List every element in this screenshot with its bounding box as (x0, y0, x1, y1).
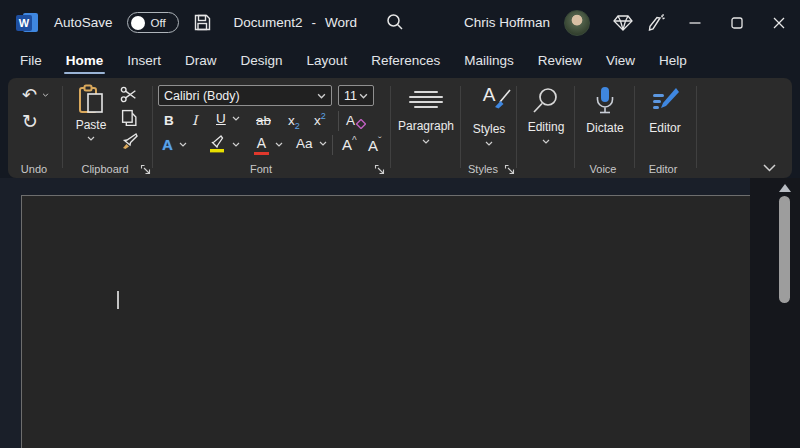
font-group-label: Font (154, 163, 368, 175)
grow-font-button[interactable]: A^ (342, 135, 357, 154)
editing-label: Editing (528, 120, 565, 134)
font-size-combobox[interactable]: 11 (338, 85, 374, 106)
font-name-value: Calibri (Body) (164, 89, 240, 103)
strikethrough-button[interactable]: ab (256, 111, 271, 129)
scroll-up-arrow-icon[interactable] (779, 184, 791, 192)
document-area (0, 178, 800, 448)
tab-design[interactable]: Design (229, 47, 295, 76)
user-avatar[interactable] (564, 10, 590, 36)
clear-formatting-eraser-icon (356, 119, 366, 129)
paste-button[interactable]: Paste (68, 82, 114, 160)
editing-chevron-icon[interactable] (542, 139, 550, 144)
title-bar: W AutoSave Off Document2 - Word Chris Ho… (0, 0, 800, 45)
editor-label: Editor (649, 121, 680, 135)
editor-pen-icon (649, 85, 681, 117)
font-color-chevron-icon[interactable] (275, 142, 283, 147)
search-icon[interactable] (385, 12, 405, 32)
paragraph-label: Paragraph (398, 119, 454, 133)
scrollbar-track[interactable] (750, 178, 800, 448)
tab-help[interactable]: Help (647, 47, 699, 76)
font-row-separator (338, 111, 339, 131)
underline-button[interactable]: U (216, 111, 240, 126)
styles-button[interactable]: A Styles (464, 82, 514, 160)
subscript-button[interactable]: x2 (288, 111, 300, 131)
shrink-font-mark: ˇ (378, 135, 382, 147)
autosave-toggle[interactable]: Off (127, 12, 179, 33)
styles-dialog-launcher-icon[interactable] (504, 164, 515, 175)
paste-clipboard-icon (76, 84, 106, 116)
tab-mailings[interactable]: Mailings (452, 47, 526, 76)
group-separator (152, 86, 153, 168)
word-logo-letter: W (16, 15, 32, 31)
superscript-button[interactable]: x2 (314, 111, 326, 129)
menu-tabs: FileHomeInsertDrawDesignLayoutReferences… (8, 47, 699, 76)
change-case-button[interactable]: Aa (296, 136, 327, 151)
font-name-chevron-icon[interactable] (317, 93, 326, 99)
text-highlight-button[interactable] (208, 134, 240, 154)
autosave-label: AutoSave (54, 15, 113, 30)
word-app-icon[interactable]: W (14, 11, 40, 35)
editor-button[interactable]: Editor (638, 82, 692, 160)
undo-button[interactable]: ↶ (22, 86, 49, 104)
format-painter-button[interactable] (121, 132, 140, 151)
clipboard-dialog-launcher-icon[interactable] (140, 164, 151, 175)
maximize-button[interactable] (716, 0, 758, 45)
tab-review[interactable]: Review (526, 47, 594, 76)
clear-formatting-button[interactable]: A (346, 111, 355, 129)
collapse-ribbon-chevron-icon[interactable] (763, 164, 776, 172)
undo-group-label: Undo (8, 163, 60, 175)
font-color-swatch (254, 152, 269, 155)
font-size-chevron-icon[interactable] (359, 93, 368, 99)
menu-bar: FileHomeInsertDrawDesignLayoutReferences… (0, 45, 800, 78)
text-effects-button[interactable]: A (162, 136, 187, 153)
paste-dropdown-chevron-icon[interactable] (87, 136, 95, 141)
undo-dropdown-chevron-icon[interactable] (42, 93, 49, 97)
editing-button[interactable]: Editing (520, 82, 572, 160)
highlight-chevron-icon[interactable] (232, 142, 240, 147)
group-separator (516, 86, 517, 168)
change-case-chevron-icon[interactable] (319, 141, 327, 146)
tab-view[interactable]: View (594, 47, 647, 76)
font-size-value: 11 (344, 89, 357, 103)
paragraph-button[interactable]: Paragraph (394, 82, 458, 160)
group-separator (696, 86, 697, 168)
tab-file[interactable]: File (8, 47, 54, 76)
tab-layout[interactable]: Layout (295, 47, 360, 76)
microphone-icon (592, 85, 618, 117)
undo-icon: ↶ (22, 86, 37, 104)
close-button[interactable] (758, 0, 800, 45)
scrollbar-thumb[interactable] (779, 196, 790, 303)
minimize-button[interactable] (674, 0, 716, 45)
premium-diamond-icon[interactable] (606, 0, 640, 45)
cut-button[interactable] (120, 86, 138, 103)
tab-insert[interactable]: Insert (115, 47, 173, 76)
bold-button[interactable]: B (164, 111, 174, 129)
dictate-button[interactable]: Dictate (578, 82, 632, 160)
subscript-mark: 2 (295, 121, 300, 131)
paragraph-lines-icon (409, 88, 443, 111)
redo-button[interactable]: ↻ (22, 112, 38, 132)
font-color-button[interactable]: A (254, 134, 283, 155)
tab-home[interactable]: Home (54, 47, 116, 76)
shrink-font-button[interactable]: Aˇ (368, 135, 382, 155)
italic-button[interactable]: I (192, 111, 197, 129)
paragraph-chevron-icon[interactable] (422, 139, 430, 144)
styles-chevron-icon[interactable] (485, 141, 493, 146)
copy-button[interactable] (121, 109, 138, 127)
tab-draw[interactable]: Draw (173, 47, 229, 76)
font-name-combobox[interactable]: Calibri (Body) (158, 85, 332, 106)
coming-soon-pen-icon[interactable] (640, 0, 674, 45)
superscript-mark: 2 (321, 111, 326, 121)
dictate-label: Dictate (586, 121, 623, 135)
font-row-separator (332, 135, 333, 155)
styles-group-label: Styles (458, 163, 508, 175)
document-name: Document2 (234, 15, 303, 30)
underline-chevron-icon[interactable] (232, 116, 240, 121)
font-dialog-launcher-icon[interactable] (374, 164, 385, 175)
tab-references[interactable]: References (359, 47, 452, 76)
save-icon[interactable] (193, 13, 212, 32)
text-cursor (117, 291, 119, 309)
text-effects-chevron-icon[interactable] (179, 142, 187, 147)
document-page[interactable] (21, 195, 750, 448)
user-name[interactable]: Chris Hoffman (464, 15, 550, 30)
